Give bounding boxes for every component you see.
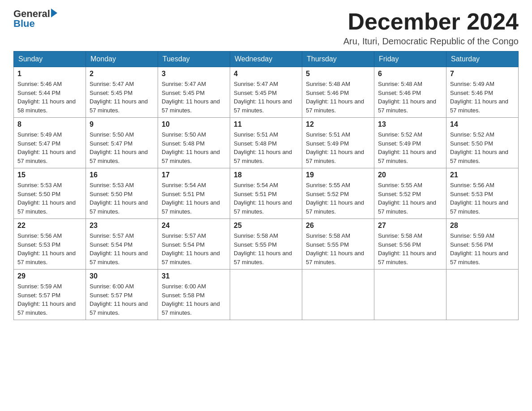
day-info: Sunrise: 5:47 AMSunset: 5:45 PMDaylight:… [90, 80, 154, 115]
calendar-week-row: 29Sunrise: 5:59 AMSunset: 5:57 PMDayligh… [14, 270, 519, 320]
day-info: Sunrise: 5:57 AMSunset: 5:54 PMDaylight:… [162, 231, 226, 266]
day-info: Sunrise: 5:52 AMSunset: 5:49 PMDaylight:… [378, 130, 442, 165]
day-number: 20 [378, 171, 442, 179]
day-info: Sunrise: 5:51 AMSunset: 5:49 PMDaylight:… [306, 130, 370, 165]
calendar-header-thursday: Thursday [302, 51, 374, 67]
calendar-header-friday: Friday [374, 51, 446, 67]
calendar-header-sunday: Sunday [14, 51, 86, 67]
day-info: Sunrise: 5:53 AMSunset: 5:50 PMDaylight:… [17, 181, 82, 216]
calendar-cell: 22Sunrise: 5:56 AMSunset: 5:53 PMDayligh… [14, 219, 86, 270]
day-info: Sunrise: 5:59 AMSunset: 5:57 PMDaylight:… [17, 282, 82, 317]
day-number: 13 [378, 120, 442, 128]
day-number: 14 [450, 120, 515, 128]
day-info: Sunrise: 5:58 AMSunset: 5:56 PMDaylight:… [378, 231, 442, 266]
calendar-header-tuesday: Tuesday [158, 51, 230, 67]
calendar-week-row: 22Sunrise: 5:56 AMSunset: 5:53 PMDayligh… [14, 219, 519, 270]
day-number: 27 [378, 222, 442, 230]
day-number: 23 [90, 222, 154, 230]
calendar-cell: 3Sunrise: 5:47 AMSunset: 5:45 PMDaylight… [158, 67, 230, 118]
day-info: Sunrise: 6:00 AMSunset: 5:57 PMDaylight:… [90, 282, 154, 317]
calendar-cell: 29Sunrise: 5:59 AMSunset: 5:57 PMDayligh… [14, 270, 86, 320]
calendar-cell: 25Sunrise: 5:58 AMSunset: 5:55 PMDayligh… [230, 219, 302, 270]
calendar-table: SundayMondayTuesdayWednesdayThursdayFrid… [13, 51, 519, 320]
calendar-cell: 7Sunrise: 5:49 AMSunset: 5:46 PMDaylight… [446, 67, 519, 118]
calendar-cell: 30Sunrise: 6:00 AMSunset: 5:57 PMDayligh… [86, 270, 158, 320]
day-info: Sunrise: 5:54 AMSunset: 5:51 PMDaylight:… [234, 181, 298, 216]
calendar-cell: 27Sunrise: 5:58 AMSunset: 5:56 PMDayligh… [374, 219, 446, 270]
calendar-week-row: 15Sunrise: 5:53 AMSunset: 5:50 PMDayligh… [14, 168, 519, 219]
day-info: Sunrise: 5:56 AMSunset: 5:53 PMDaylight:… [17, 231, 82, 266]
calendar-cell [446, 270, 519, 320]
calendar-cell: 2Sunrise: 5:47 AMSunset: 5:45 PMDaylight… [86, 67, 158, 118]
calendar-body: 1Sunrise: 5:46 AMSunset: 5:44 PMDaylight… [14, 67, 519, 320]
calendar-cell: 13Sunrise: 5:52 AMSunset: 5:49 PMDayligh… [374, 118, 446, 168]
day-info: Sunrise: 5:47 AMSunset: 5:45 PMDaylight:… [162, 80, 226, 115]
day-number: 26 [306, 222, 370, 230]
calendar-cell: 8Sunrise: 5:49 AMSunset: 5:47 PMDaylight… [14, 118, 86, 168]
day-info: Sunrise: 5:55 AMSunset: 5:52 PMDaylight:… [378, 181, 442, 216]
day-info: Sunrise: 5:46 AMSunset: 5:44 PMDaylight:… [17, 80, 82, 115]
day-number: 10 [162, 120, 226, 128]
day-info: Sunrise: 5:53 AMSunset: 5:50 PMDaylight:… [90, 181, 154, 216]
day-info: Sunrise: 5:48 AMSunset: 5:46 PMDaylight:… [306, 80, 370, 115]
day-info: Sunrise: 5:49 AMSunset: 5:47 PMDaylight:… [17, 130, 82, 165]
logo: General Blue [13, 9, 57, 29]
day-number: 8 [17, 120, 82, 128]
day-number: 25 [234, 222, 298, 230]
day-number: 28 [450, 222, 515, 230]
day-info: Sunrise: 6:00 AMSunset: 5:58 PMDaylight:… [162, 282, 226, 317]
day-info: Sunrise: 5:48 AMSunset: 5:46 PMDaylight:… [378, 80, 442, 115]
day-info: Sunrise: 5:55 AMSunset: 5:52 PMDaylight:… [306, 181, 370, 216]
calendar-cell: 17Sunrise: 5:54 AMSunset: 5:51 PMDayligh… [158, 168, 230, 219]
day-info: Sunrise: 5:47 AMSunset: 5:45 PMDaylight:… [234, 80, 298, 115]
logo-blue: Blue [13, 19, 57, 29]
calendar-cell: 15Sunrise: 5:53 AMSunset: 5:50 PMDayligh… [14, 168, 86, 219]
day-info: Sunrise: 5:52 AMSunset: 5:50 PMDaylight:… [450, 130, 515, 165]
day-number: 18 [234, 171, 298, 179]
calendar-cell: 31Sunrise: 6:00 AMSunset: 5:58 PMDayligh… [158, 270, 230, 320]
day-number: 9 [90, 120, 154, 128]
calendar-cell: 19Sunrise: 5:55 AMSunset: 5:52 PMDayligh… [302, 168, 374, 219]
calendar-cell: 10Sunrise: 5:50 AMSunset: 5:48 PMDayligh… [158, 118, 230, 168]
day-number: 1 [17, 70, 82, 78]
calendar-header-wednesday: Wednesday [230, 51, 302, 67]
logo-arrow-icon [51, 9, 57, 17]
day-info: Sunrise: 5:58 AMSunset: 5:55 PMDaylight:… [306, 231, 370, 266]
title-section: December 2024 Aru, Ituri, Democratic Rep… [343, 9, 519, 47]
day-number: 11 [234, 120, 298, 128]
day-number: 29 [17, 272, 82, 280]
day-number: 31 [162, 272, 226, 280]
day-number: 16 [90, 171, 154, 179]
day-number: 12 [306, 120, 370, 128]
calendar-week-row: 1Sunrise: 5:46 AMSunset: 5:44 PMDaylight… [14, 67, 519, 118]
page-header: General Blue December 2024 Aru, Ituri, D… [13, 9, 519, 47]
day-number: 5 [306, 70, 370, 78]
day-info: Sunrise: 5:59 AMSunset: 5:56 PMDaylight:… [450, 231, 515, 266]
calendar-cell [374, 270, 446, 320]
calendar-header-row: SundayMondayTuesdayWednesdayThursdayFrid… [14, 51, 519, 67]
day-number: 6 [378, 70, 442, 78]
calendar-cell: 20Sunrise: 5:55 AMSunset: 5:52 PMDayligh… [374, 168, 446, 219]
day-number: 22 [17, 222, 82, 230]
day-info: Sunrise: 5:50 AMSunset: 5:47 PMDaylight:… [90, 130, 154, 165]
calendar-cell [302, 270, 374, 320]
day-number: 17 [162, 171, 226, 179]
calendar-cell: 11Sunrise: 5:51 AMSunset: 5:48 PMDayligh… [230, 118, 302, 168]
month-year-title: December 2024 [343, 9, 519, 34]
day-number: 21 [450, 171, 515, 179]
calendar-cell: 1Sunrise: 5:46 AMSunset: 5:44 PMDaylight… [14, 67, 86, 118]
day-info: Sunrise: 5:49 AMSunset: 5:46 PMDaylight:… [450, 80, 515, 115]
calendar-header-monday: Monday [86, 51, 158, 67]
calendar-cell: 9Sunrise: 5:50 AMSunset: 5:47 PMDaylight… [86, 118, 158, 168]
calendar-cell: 21Sunrise: 5:56 AMSunset: 5:53 PMDayligh… [446, 168, 519, 219]
calendar-cell: 23Sunrise: 5:57 AMSunset: 5:54 PMDayligh… [86, 219, 158, 270]
calendar-cell: 14Sunrise: 5:52 AMSunset: 5:50 PMDayligh… [446, 118, 519, 168]
calendar-header-saturday: Saturday [446, 51, 519, 67]
logo-general: General [13, 9, 50, 19]
calendar-cell: 24Sunrise: 5:57 AMSunset: 5:54 PMDayligh… [158, 219, 230, 270]
calendar-cell: 4Sunrise: 5:47 AMSunset: 5:45 PMDaylight… [230, 67, 302, 118]
calendar-cell: 26Sunrise: 5:58 AMSunset: 5:55 PMDayligh… [302, 219, 374, 270]
day-number: 2 [90, 70, 154, 78]
day-number: 15 [17, 171, 82, 179]
day-number: 30 [90, 272, 154, 280]
